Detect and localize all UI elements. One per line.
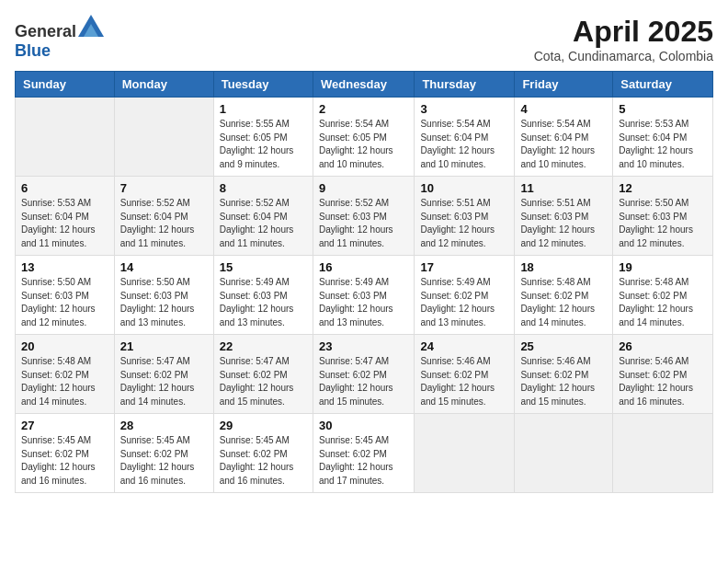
day-number: 17 (420, 260, 508, 274)
day-info: Sunrise: 5:49 AM Sunset: 6:03 PM Dayligh… (319, 276, 408, 329)
logo-icon (78, 15, 104, 37)
weekday-header: Monday (114, 72, 213, 98)
day-number: 9 (319, 181, 408, 195)
calendar-week-row: 27Sunrise: 5:45 AM Sunset: 6:02 PM Dayli… (16, 414, 713, 493)
logo: General Blue (15, 15, 104, 61)
day-info: Sunrise: 5:45 AM Sunset: 6:02 PM Dayligh… (21, 434, 108, 488)
calendar-cell (16, 98, 115, 177)
calendar-cell: 20Sunrise: 5:48 AM Sunset: 6:02 PM Dayli… (16, 335, 115, 414)
calendar-cell (114, 98, 213, 177)
day-number: 3 (420, 102, 508, 116)
weekday-header: Sunday (16, 72, 115, 98)
logo-blue: Blue (15, 41, 51, 60)
day-info: Sunrise: 5:45 AM Sunset: 6:02 PM Dayligh… (319, 434, 408, 488)
day-number: 19 (619, 260, 707, 274)
calendar-cell: 23Sunrise: 5:47 AM Sunset: 6:02 PM Dayli… (313, 335, 414, 414)
day-info: Sunrise: 5:54 AM Sunset: 6:04 PM Dayligh… (520, 118, 607, 171)
calendar-cell: 27Sunrise: 5:45 AM Sunset: 6:02 PM Dayli… (16, 414, 115, 493)
day-number: 11 (520, 181, 607, 195)
day-number: 27 (21, 419, 108, 432)
calendar-cell: 7Sunrise: 5:52 AM Sunset: 6:04 PM Daylig… (114, 177, 213, 256)
calendar-cell: 16Sunrise: 5:49 AM Sunset: 6:03 PM Dayli… (313, 256, 414, 335)
day-info: Sunrise: 5:50 AM Sunset: 6:03 PM Dayligh… (619, 197, 707, 250)
day-number: 20 (21, 339, 108, 353)
calendar-week-row: 13Sunrise: 5:50 AM Sunset: 6:03 PM Dayli… (16, 256, 713, 335)
day-info: Sunrise: 5:51 AM Sunset: 6:03 PM Dayligh… (520, 197, 607, 250)
day-info: Sunrise: 5:51 AM Sunset: 6:03 PM Dayligh… (420, 197, 508, 250)
day-number: 2 (319, 102, 408, 116)
calendar-cell: 19Sunrise: 5:48 AM Sunset: 6:02 PM Dayli… (613, 256, 713, 335)
calendar-cell: 18Sunrise: 5:48 AM Sunset: 6:02 PM Dayli… (515, 256, 613, 335)
day-info: Sunrise: 5:47 AM Sunset: 6:02 PM Dayligh… (220, 355, 307, 408)
calendar-cell: 15Sunrise: 5:49 AM Sunset: 6:03 PM Dayli… (213, 256, 313, 335)
calendar-cell: 22Sunrise: 5:47 AM Sunset: 6:02 PM Dayli… (213, 335, 313, 414)
day-number: 1 (220, 102, 307, 116)
day-number: 13 (21, 260, 108, 274)
calendar-cell: 4Sunrise: 5:54 AM Sunset: 6:04 PM Daylig… (515, 98, 613, 177)
calendar-cell (613, 414, 713, 493)
day-number: 23 (319, 339, 408, 353)
calendar-week-row: 1Sunrise: 5:55 AM Sunset: 6:05 PM Daylig… (16, 98, 713, 177)
day-info: Sunrise: 5:48 AM Sunset: 6:02 PM Dayligh… (520, 276, 607, 329)
day-number: 14 (120, 260, 208, 274)
calendar-cell: 3Sunrise: 5:54 AM Sunset: 6:04 PM Daylig… (415, 98, 515, 177)
day-info: Sunrise: 5:53 AM Sunset: 6:04 PM Dayligh… (21, 197, 108, 250)
calendar-cell: 2Sunrise: 5:54 AM Sunset: 6:05 PM Daylig… (313, 98, 414, 177)
day-info: Sunrise: 5:54 AM Sunset: 6:05 PM Dayligh… (319, 118, 408, 171)
day-number: 6 (21, 181, 108, 195)
day-number: 7 (120, 181, 208, 195)
day-number: 29 (220, 419, 307, 432)
calendar-cell: 8Sunrise: 5:52 AM Sunset: 6:04 PM Daylig… (213, 177, 313, 256)
day-info: Sunrise: 5:54 AM Sunset: 6:04 PM Dayligh… (420, 118, 508, 171)
calendar-cell: 6Sunrise: 5:53 AM Sunset: 6:04 PM Daylig… (16, 177, 115, 256)
day-number: 28 (120, 419, 208, 432)
weekday-header: Wednesday (313, 72, 414, 98)
day-info: Sunrise: 5:52 AM Sunset: 6:03 PM Dayligh… (319, 197, 408, 250)
weekday-header: Friday (515, 72, 613, 98)
calendar-cell (415, 414, 515, 493)
day-info: Sunrise: 5:47 AM Sunset: 6:02 PM Dayligh… (120, 355, 208, 408)
day-number: 16 (319, 260, 408, 274)
day-info: Sunrise: 5:53 AM Sunset: 6:04 PM Dayligh… (619, 118, 707, 171)
day-info: Sunrise: 5:46 AM Sunset: 6:02 PM Dayligh… (520, 355, 607, 408)
day-info: Sunrise: 5:50 AM Sunset: 6:03 PM Dayligh… (120, 276, 208, 329)
calendar-cell: 26Sunrise: 5:46 AM Sunset: 6:02 PM Dayli… (613, 335, 713, 414)
logo-general: General (15, 22, 76, 40)
calendar-cell: 29Sunrise: 5:45 AM Sunset: 6:02 PM Dayli… (213, 414, 313, 493)
page-header: General Blue April 2025 Cota, Cundinamar… (15, 15, 713, 63)
calendar-cell: 24Sunrise: 5:46 AM Sunset: 6:02 PM Dayli… (415, 335, 515, 414)
day-info: Sunrise: 5:48 AM Sunset: 6:02 PM Dayligh… (21, 355, 108, 408)
day-number: 5 (619, 102, 707, 116)
day-info: Sunrise: 5:45 AM Sunset: 6:02 PM Dayligh… (120, 434, 208, 488)
day-number: 22 (220, 339, 307, 353)
day-number: 4 (520, 102, 607, 116)
day-number: 15 (220, 260, 307, 274)
month-year: April 2025 (534, 15, 713, 49)
day-info: Sunrise: 5:55 AM Sunset: 6:05 PM Dayligh… (220, 118, 307, 171)
calendar-cell (515, 414, 613, 493)
calendar-cell: 9Sunrise: 5:52 AM Sunset: 6:03 PM Daylig… (313, 177, 414, 256)
calendar-cell: 1Sunrise: 5:55 AM Sunset: 6:05 PM Daylig… (213, 98, 313, 177)
day-info: Sunrise: 5:50 AM Sunset: 6:03 PM Dayligh… (21, 276, 108, 329)
location: Cota, Cundinamarca, Colombia (534, 49, 713, 63)
day-number: 21 (120, 339, 208, 353)
calendar-cell: 28Sunrise: 5:45 AM Sunset: 6:02 PM Dayli… (114, 414, 213, 493)
calendar-cell: 21Sunrise: 5:47 AM Sunset: 6:02 PM Dayli… (114, 335, 213, 414)
weekday-header: Thursday (415, 72, 515, 98)
calendar-cell: 17Sunrise: 5:49 AM Sunset: 6:02 PM Dayli… (415, 256, 515, 335)
day-number: 25 (520, 339, 607, 353)
day-info: Sunrise: 5:52 AM Sunset: 6:04 PM Dayligh… (120, 197, 208, 250)
calendar-week-row: 6Sunrise: 5:53 AM Sunset: 6:04 PM Daylig… (16, 177, 713, 256)
day-number: 12 (619, 181, 707, 195)
weekday-header-row: SundayMondayTuesdayWednesdayThursdayFrid… (16, 72, 713, 98)
day-info: Sunrise: 5:46 AM Sunset: 6:02 PM Dayligh… (420, 355, 508, 408)
day-number: 10 (420, 181, 508, 195)
calendar-cell: 5Sunrise: 5:53 AM Sunset: 6:04 PM Daylig… (613, 98, 713, 177)
day-number: 26 (619, 339, 707, 353)
weekday-header: Tuesday (213, 72, 313, 98)
day-info: Sunrise: 5:45 AM Sunset: 6:02 PM Dayligh… (220, 434, 307, 488)
title-area: April 2025 Cota, Cundinamarca, Colombia (534, 15, 713, 63)
calendar-cell: 12Sunrise: 5:50 AM Sunset: 6:03 PM Dayli… (613, 177, 713, 256)
day-info: Sunrise: 5:49 AM Sunset: 6:03 PM Dayligh… (220, 276, 307, 329)
day-info: Sunrise: 5:47 AM Sunset: 6:02 PM Dayligh… (319, 355, 408, 408)
